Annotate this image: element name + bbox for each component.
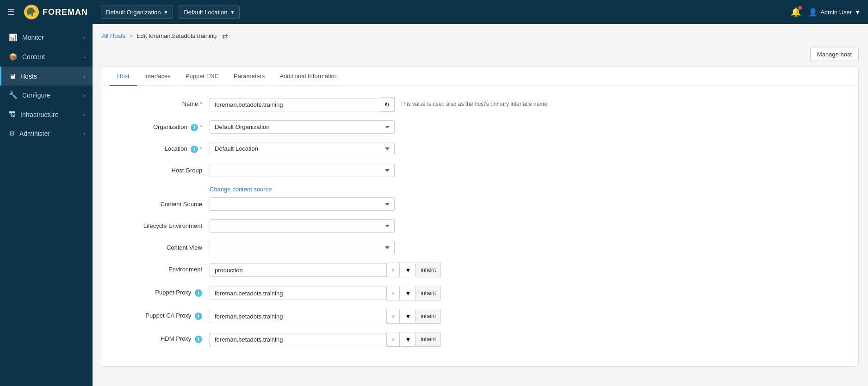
org-dropdown-caret: ▼ — [164, 10, 168, 15]
org-dropdown[interactable]: Default Organization ▼ — [101, 6, 173, 19]
puppet-ca-proxy-input[interactable] — [210, 310, 386, 323]
puppet-proxy-label: Puppet Proxy i — [117, 286, 210, 297]
name-input-group: ↻ — [210, 97, 395, 112]
hosts-icon: 🖥 — [9, 72, 16, 80]
environment-clear-button[interactable]: × — [386, 263, 400, 277]
puppet-proxy-inherit-button[interactable]: inherit — [416, 286, 441, 300]
transfer-icon[interactable]: ⇄ — [222, 31, 228, 40]
page-actions: Manage host — [102, 48, 859, 61]
name-refresh-button[interactable]: ↻ — [380, 97, 395, 112]
breadcrumb-all-hosts[interactable]: All Hosts — [102, 32, 125, 39]
hamburger-menu[interactable]: ☰ — [7, 7, 15, 17]
form-body: Name ↻ This value is used also as the ho… — [102, 86, 858, 366]
lifecycle-env-field-group: Lifecycle Environment — [117, 219, 843, 233]
sidebar-item-content[interactable]: 📦 Content › — [0, 47, 93, 67]
navbar: ☰ 🪖 FOREMAN Default Organization ▼ Defau… — [0, 0, 868, 24]
puppet-ca-proxy-dropdown-button[interactable]: ▼ — [400, 309, 416, 324]
puppet-ca-proxy-clear-button[interactable]: × — [386, 309, 400, 324]
sidebar-item-infrastructure-label: Infrastructure — [20, 111, 58, 118]
puppet-proxy-input[interactable] — [210, 287, 386, 300]
hosts-chevron: › — [83, 74, 85, 79]
content-view-select[interactable] — [210, 241, 395, 254]
location-dropdown[interactable]: Default Location ▼ — [179, 6, 240, 19]
sidebar-item-infrastructure[interactable]: 🏗 Infrastructure › — [0, 105, 93, 124]
content-chevron: › — [83, 54, 85, 60]
name-hint: This value is used also as the host's pr… — [400, 97, 549, 107]
sidebar-item-configure[interactable]: 🔧 Configure › — [0, 86, 93, 105]
content-icon: 📦 — [9, 53, 18, 61]
sidebar-item-administer[interactable]: ⚙ Administer › — [0, 124, 93, 143]
infrastructure-icon: 🏗 — [9, 110, 16, 118]
change-content-source-link[interactable]: Change content source — [210, 186, 272, 193]
puppet-proxy-inherit-group: × ▼ inherit — [210, 286, 441, 300]
content-source-label: Content Source — [117, 197, 210, 208]
hdm-proxy-clear-button[interactable]: × — [386, 332, 400, 347]
content-view-field-group: Content View — [117, 241, 843, 254]
tab-parameters[interactable]: Parameters — [226, 67, 272, 86]
organization-select-wrapper: Default Organization — [210, 120, 395, 134]
sidebar-item-content-label: Content — [22, 53, 45, 61]
puppet-proxy-field-group: Puppet Proxy i × ▼ inherit — [117, 286, 843, 300]
administer-chevron: › — [83, 131, 85, 136]
manage-host-button[interactable]: Manage host — [810, 48, 859, 61]
hdm-proxy-inherit-group: × ▼ inherit — [210, 332, 441, 347]
puppet-proxy-clear-button[interactable]: × — [386, 286, 400, 300]
breadcrumb: All Hosts > Edit foreman.betadots.traini… — [102, 31, 859, 40]
environment-dropdown-button[interactable]: ▼ — [400, 263, 416, 277]
navbar-actions: 🔔 👤 Admin User ▼ — [791, 7, 861, 17]
environment-inherit-button[interactable]: inherit — [416, 263, 441, 277]
content-view-select-wrapper — [210, 241, 395, 254]
location-dropdown-label: Default Location — [184, 9, 227, 16]
user-name: Admin User — [820, 9, 852, 16]
environment-inherit-group: × ▼ inherit — [210, 263, 441, 277]
tab-additional-information[interactable]: Additional Information — [272, 67, 345, 86]
org-dropdown-label: Default Organization — [106, 9, 161, 16]
sidebar-item-hosts[interactable]: 🖥 Hosts › — [0, 67, 93, 86]
notification-dot — [798, 6, 802, 10]
user-icon: 👤 — [808, 8, 818, 17]
brand-logo: 🪖 — [24, 5, 39, 19]
name-input[interactable] — [210, 98, 380, 111]
hdm-proxy-input-group: × ▼ — [210, 332, 416, 347]
puppet-ca-proxy-input-group: × ▼ — [210, 309, 416, 324]
tab-host[interactable]: Host — [110, 67, 137, 86]
puppet-ca-proxy-inherit-group: × ▼ inherit — [210, 309, 441, 324]
puppet-proxy-input-group: × ▼ — [210, 286, 416, 300]
organization-select[interactable]: Default Organization — [210, 120, 395, 134]
puppet-ca-proxy-inherit-button[interactable]: inherit — [416, 309, 441, 324]
tab-puppet-enc[interactable]: Puppet ENC — [178, 67, 226, 86]
breadcrumb-current-page: Edit foreman.betadots.training — [136, 32, 217, 39]
breadcrumb-separator: > — [129, 32, 133, 39]
hdm-proxy-info-icon[interactable]: i — [195, 336, 202, 343]
location-info-icon[interactable]: i — [191, 146, 198, 153]
tabs: Host Interfaces Puppet ENC Parameters Ad… — [102, 67, 858, 86]
user-menu[interactable]: 👤 Admin User ▼ — [808, 8, 861, 17]
host-group-select[interactable] — [210, 164, 395, 177]
environment-input[interactable] — [210, 263, 386, 277]
configure-icon: 🔧 — [9, 91, 18, 99]
configure-chevron: › — [83, 92, 85, 98]
content-source-select[interactable] — [210, 197, 395, 211]
organization-info-icon[interactable]: i — [191, 124, 198, 131]
puppet-proxy-info-icon[interactable]: i — [195, 289, 202, 297]
lifecycle-env-select[interactable] — [210, 219, 395, 233]
puppet-ca-proxy-info-icon[interactable]: i — [195, 312, 202, 320]
hdm-proxy-dropdown-button[interactable]: ▼ — [400, 332, 416, 347]
puppet-ca-proxy-label: Puppet CA Proxy i — [117, 309, 210, 320]
brand-logo-emoji: 🪖 — [26, 7, 37, 17]
sidebar-item-hosts-label: Hosts — [20, 73, 37, 80]
location-label: Location i — [117, 142, 210, 153]
hdm-proxy-field-group: HDM Proxy i × ▼ inherit — [117, 332, 843, 347]
content-area: All Hosts > Edit foreman.betadots.traini… — [93, 24, 868, 386]
tab-interfaces[interactable]: Interfaces — [137, 67, 178, 86]
location-select[interactable]: Default Location — [210, 142, 395, 155]
hdm-proxy-inherit-button[interactable]: inherit — [416, 332, 441, 347]
sidebar-item-monitor[interactable]: 📊 Monitor › — [0, 28, 93, 47]
administer-icon: ⚙ — [9, 129, 15, 138]
hdm-proxy-label: HDM Proxy i — [117, 332, 210, 343]
puppet-ca-proxy-field-group: Puppet CA Proxy i × ▼ inherit — [117, 309, 843, 324]
hdm-proxy-input[interactable] — [210, 333, 386, 346]
content-view-label: Content View — [117, 241, 210, 251]
puppet-proxy-dropdown-button[interactable]: ▼ — [400, 286, 416, 300]
notification-bell[interactable]: 🔔 — [791, 7, 801, 17]
